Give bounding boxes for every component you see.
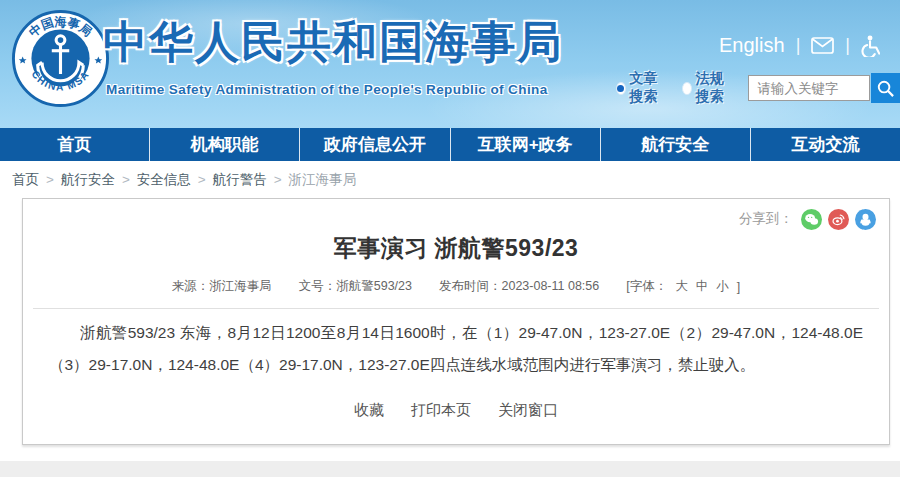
breadcrumb-home[interactable]: 首页 (12, 171, 39, 189)
article-body: 浙航警593/23 东海，8月12日1200至8月14日1600时，在（1）29… (49, 317, 863, 381)
page: 中国海事局 CHINA MSA 中华人民共和国海事局 Maritime Safe… (0, 0, 900, 477)
site-subtitle-en: Maritime Safety Administration of the Pe… (106, 82, 548, 97)
meta-divider (33, 308, 879, 309)
radio-law-search-label: 法规搜索 (696, 70, 735, 106)
breadcrumb-nav-warning[interactable]: 航行警告 (213, 171, 267, 189)
breadcrumb-separator: > (274, 172, 282, 187)
site-header: 中国海事局 CHINA MSA 中华人民共和国海事局 Maritime Safe… (0, 0, 900, 128)
radio-article-search-label: 文章搜索 (630, 70, 669, 106)
radio-article-search[interactable]: 文章搜索 (616, 70, 668, 106)
share-label: 分享到： (739, 210, 793, 228)
favorite-link[interactable]: 收藏 (354, 401, 384, 420)
nav-item-functions[interactable]: 机构职能 (150, 128, 300, 161)
utility-divider: | (845, 35, 850, 56)
search-bar: 文章搜索 法规搜索 (616, 70, 900, 106)
meta-publish-time: 发布时间：2023-08-11 08:56 (439, 278, 599, 295)
footer-strip (0, 461, 900, 477)
radio-article-search-control[interactable] (616, 82, 626, 95)
main-nav: 首页 机构职能 政府信息公开 互联网+政务 航行安全 互动交流 (0, 128, 900, 161)
font-size-medium[interactable]: 中 (696, 278, 709, 295)
font-ctl-suffix: ] (737, 280, 740, 294)
search-button[interactable] (871, 73, 900, 103)
utility-divider: | (796, 35, 801, 56)
radio-law-search-control[interactable] (682, 82, 692, 95)
breadcrumb-safety-info[interactable]: 安全信息 (137, 171, 191, 189)
print-link[interactable]: 打印本页 (411, 401, 471, 420)
english-link[interactable]: English (719, 34, 785, 57)
font-size-large[interactable]: 大 (675, 278, 688, 295)
nav-item-gov-info[interactable]: 政府信息公开 (300, 128, 450, 161)
nav-item-internet-gov[interactable]: 互联网+政务 (451, 128, 601, 161)
article-actions: 收藏 打印本页 关闭窗口 (23, 401, 889, 444)
weibo-icon[interactable] (828, 209, 849, 230)
nav-item-nav-safety[interactable]: 航行安全 (601, 128, 751, 161)
breadcrumb-separator: > (198, 172, 206, 187)
breadcrumb-current: 浙江海事局 (289, 171, 357, 189)
nav-item-interaction[interactable]: 互动交流 (751, 128, 900, 161)
article-panel: 分享到： (22, 198, 890, 445)
mail-icon[interactable] (811, 37, 834, 54)
accessibility-icon[interactable] (861, 35, 880, 57)
meta-doc-number: 文号：浙航警593/23 (299, 278, 412, 295)
breadcrumb-separator: > (46, 172, 54, 187)
article-meta: 来源：浙江海事局 文号：浙航警593/23 发布时间：2023-08-11 08… (23, 278, 889, 295)
font-ctl-prefix: [字体： (626, 278, 667, 295)
wechat-icon[interactable] (801, 209, 822, 230)
site-title: 中华人民共和国海事局 (103, 13, 563, 72)
nav-item-home[interactable]: 首页 (0, 128, 150, 161)
close-window-link[interactable]: 关闭窗口 (498, 401, 558, 420)
qq-icon[interactable] (855, 209, 876, 230)
breadcrumb: 首页 > 航行安全 > 安全信息 > 航行警告 > 浙江海事局 (0, 161, 900, 198)
share-row: 分享到： (23, 199, 889, 230)
font-size-small[interactable]: 小 (716, 278, 729, 295)
breadcrumb-nav-safety[interactable]: 航行安全 (61, 171, 115, 189)
breadcrumb-separator: > (122, 172, 130, 187)
radio-law-search[interactable]: 法规搜索 (682, 70, 734, 106)
msa-logo-icon[interactable]: 中国海事局 CHINA MSA (12, 10, 109, 107)
meta-source: 来源：浙江海事局 (172, 278, 272, 295)
utility-bar: English | | (719, 34, 880, 57)
search-icon (876, 79, 895, 98)
font-size-control: [字体： 大 中 小 ] (626, 278, 740, 295)
search-input[interactable] (748, 75, 870, 101)
article-title: 军事演习 浙航警593/23 (23, 233, 889, 264)
